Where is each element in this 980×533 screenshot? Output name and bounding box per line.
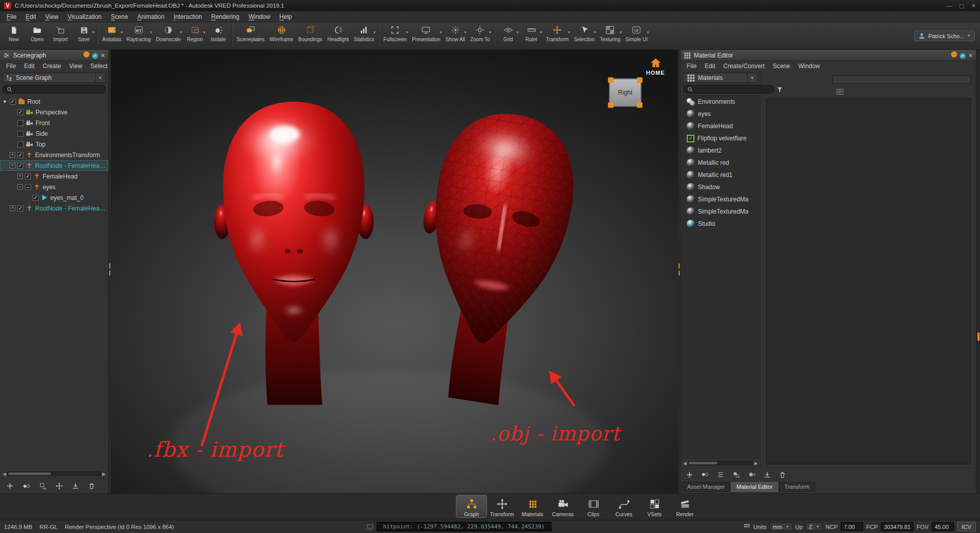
dropdown-arrow-icon[interactable]: ▼ [464,31,467,34]
toolbar-open[interactable]: Open [25,22,49,49]
add-material-icon[interactable] [686,471,693,479]
scenegraph-search-input[interactable] [15,86,102,93]
tree-node-side[interactable]: Side [0,128,108,139]
menu-scene[interactable]: Scene [106,13,133,20]
toggle-visibility-icon[interactable] [22,482,30,490]
toolbar-boundings[interactable]: Boundings [296,22,325,49]
sync-selection-icon[interactable] [39,482,47,490]
tree-node-front[interactable]: Front [0,117,108,128]
close-icon[interactable]: ✕ [968,52,973,59]
toolbar-simple-ui[interactable]: UI▼Simple UI [623,22,650,49]
snap-settings-icon[interactable] [744,523,750,530]
menu-view[interactable]: View [41,13,63,20]
toolbar-texturing[interactable]: ▼Texturing [597,22,623,49]
materials-view-dropdown[interactable]: Materials ▼ [683,73,758,83]
menu-visualization[interactable]: Visualization [63,13,106,20]
toolbar-downscale[interactable]: ▼Downscale [154,22,183,49]
delete-node-icon[interactable] [88,482,96,490]
material-item-simpletexturedma[interactable]: SimpleTexturedMa [682,205,759,218]
icv-button[interactable]: ICV [957,522,976,531]
maximize-icon[interactable]: ▢ [959,3,964,9]
pair-icon[interactable] [701,470,709,479]
tree-node-root[interactable]: ▼✓Root [0,96,108,107]
material-item-femalehead[interactable]: FemaleHead [682,120,759,132]
toolbar-import[interactable]: Import [49,22,72,49]
material-preview-area[interactable] [766,98,971,464]
tab-material-editor[interactable]: Material Editor [731,482,778,492]
list-icon[interactable] [717,471,724,479]
export-scene-icon[interactable] [72,482,79,490]
scenegraph-menu-create[interactable]: Create [39,63,65,70]
scroll-right-icon[interactable]: ▶ [102,471,106,477]
tree-node-eyes-mat-0[interactable]: ✓eyes_mat_0 [0,192,108,203]
menu-interaction[interactable]: Interaction [169,13,206,20]
scrollbar-thumb[interactable] [8,472,51,475]
viewport[interactable]: .fbx - import .obj - import HOME Right [111,50,678,493]
dock-item-graph[interactable]: Graph [456,495,486,517]
material-search-input[interactable] [696,86,770,93]
dropdown-arrow-icon[interactable]: ▼ [179,31,183,34]
delete-material-icon[interactable] [779,471,786,479]
material-editor-menu-create-convert[interactable]: Create/Convert [719,63,769,70]
material-item-studio[interactable]: Studio [682,218,759,230]
material-item-metallic-red1[interactable]: Metallic red1 [682,169,759,181]
visibility-checkbox[interactable]: – [25,184,31,190]
minimize-icon[interactable]: — [946,3,952,9]
tab-transform[interactable]: Transform [779,482,815,492]
toolbar-ruler[interactable]: ▼Ruler [520,22,543,49]
dropdown-arrow-icon[interactable]: ▼ [646,31,650,34]
material-item-eyes[interactable]: eyes [682,108,759,120]
visibility-checkbox[interactable]: ✓ [33,195,39,201]
material-property-field[interactable] [833,75,971,84]
tree-expander-icon[interactable]: + [10,152,15,158]
import-material-icon[interactable] [763,471,771,479]
toolbar-zoom-to[interactable]: ▼Zoom To [468,22,493,49]
tree-node-top[interactable]: Top [0,139,108,150]
dropdown-arrow-icon[interactable]: ▼ [373,31,376,34]
toolbar-antialias[interactable]: ▼Antialias [100,22,124,49]
visibility-checkbox[interactable]: ✓ [17,109,23,115]
visibility-checkbox[interactable]: ✓ [17,152,23,158]
dock-icon[interactable]: ⇄ [960,51,966,59]
scroll-left-icon[interactable]: ◀ [683,461,687,466]
visibility-checkbox[interactable] [17,131,23,137]
material-editor-menu-edit[interactable]: Edit [700,63,719,70]
dropdown-arrow-icon[interactable]: ▼ [149,31,153,34]
material-item-metallic-red[interactable]: Metallic red [682,157,759,169]
dropdown-arrow-icon[interactable]: ▼ [120,31,124,34]
toolbar-wireframe[interactable]: Wireframe [267,22,296,49]
transform-footer-icon[interactable] [55,482,63,490]
ncp-field[interactable]: 7.00 [841,522,863,531]
menu-file[interactable]: File [2,13,21,20]
tree-expander-icon[interactable]: + [10,163,15,168]
toolbar-raytracing[interactable]: RT▼Raytracing [124,22,154,49]
dropdown-arrow-icon[interactable]: ▼ [567,31,571,34]
dropdown-arrow-icon[interactable]: ▼ [619,31,623,34]
dropdown-arrow-icon[interactable]: ▼ [91,31,95,34]
material-editor-menu-file[interactable]: File [683,63,700,70]
menu-edit[interactable]: Edit [21,13,41,20]
material-editor-menu-scene[interactable]: Scene [769,63,794,70]
dock-item-curves[interactable]: Curves [609,495,639,517]
navcube-home-button[interactable]: HOME [646,58,665,76]
detach-icon[interactable] [951,51,957,59]
toolbar-save[interactable]: ▼Save [72,22,96,49]
tree-expander-icon[interactable]: − [17,184,23,190]
material-item-lambert2[interactable]: lambert2 [682,144,759,157]
material-list-horizontal-scrollbar[interactable]: ◀ ▶ [683,460,758,466]
toolbar-transform[interactable]: ▼Transform [543,22,571,49]
dropdown-arrow-icon[interactable]: ▼ [203,31,206,34]
find-material-icon[interactable] [732,470,740,479]
scenegraph-menu-file[interactable]: File [2,63,20,70]
fcp-field[interactable]: 303479.81 [881,522,913,531]
dropdown-arrow-icon[interactable]: ▼ [539,31,543,34]
scenegraph-view-dropdown[interactable]: Scene Graph ▼ [3,73,106,83]
detach-icon[interactable] [83,51,89,59]
material-item-simpletexturedma[interactable]: SimpleTexturedMa [682,193,759,205]
visibility-checkbox[interactable]: ✓ [10,99,16,105]
dropdown-arrow-icon[interactable]: ▼ [593,31,597,34]
tree-node-eyes[interactable]: −–eyes [0,182,108,192]
scenegraph-horizontal-scrollbar[interactable]: ◀ ▶ [3,470,106,477]
tree-node-rootnode-femalehead-fl[interactable]: +✓RootNode - FemaleHead.fl... [0,160,108,171]
dock-icon[interactable]: ⇄ [92,51,98,59]
